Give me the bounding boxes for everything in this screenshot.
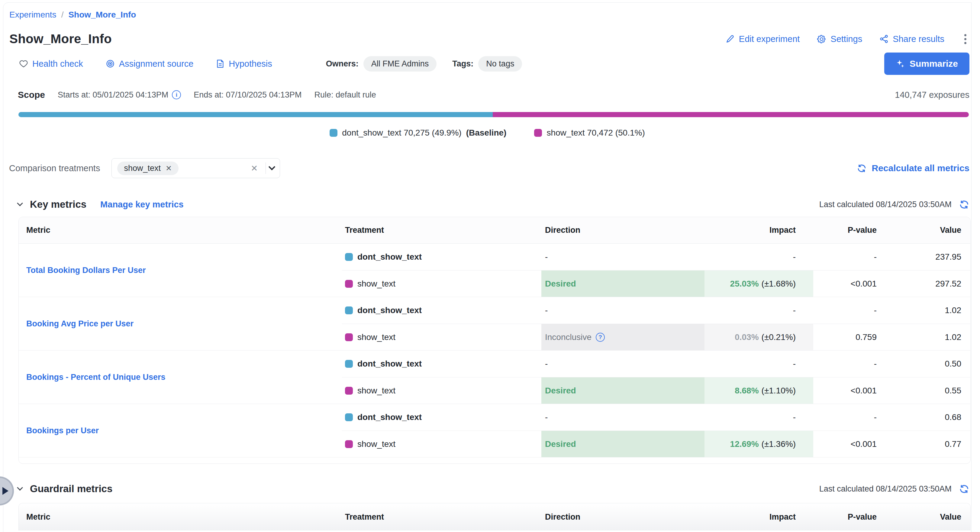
recalculate-all-metrics-button[interactable]: Recalculate all metrics: [857, 163, 969, 173]
owners-badge: All FME Admins: [363, 56, 437, 71]
metric-link[interactable]: Total Booking Dollars Per User: [26, 266, 146, 275]
metric-link[interactable]: Booking Avg Price per User: [26, 319, 134, 329]
guardrail-metrics-header: Guardrail metrics Last calculated 08/14/…: [18, 483, 969, 495]
impact-ci: (±0.21%): [762, 332, 796, 342]
select-divider: [266, 162, 266, 174]
treatment-swatch: [345, 280, 353, 288]
recalculate-label: Recalculate all metrics: [872, 163, 969, 173]
breadcrumb-experiments[interactable]: Experiments: [10, 10, 56, 20]
header-actions: Edit experiment Settings Share results: [725, 32, 969, 46]
legend-item-baseline: dont_show_text 70,275 (49.9%) (Baseline): [329, 128, 506, 138]
collapse-section-icon[interactable]: [17, 200, 23, 206]
treatment-name: show_text: [357, 386, 395, 395]
metric-cell: Total Booking Dollars Per User: [19, 244, 342, 297]
assignment-source-link[interactable]: Assignment source: [105, 59, 194, 69]
direction-label: Desired: [545, 386, 576, 395]
metric-group: Total Booking Dollars Per User dont_show…: [19, 244, 970, 297]
treatment-cell: dont_show_text: [342, 297, 541, 324]
info-icon[interactable]: i: [172, 90, 181, 99]
summarize-label: Summarize: [910, 59, 958, 69]
allocation-legend: dont_show_text 70,275 (49.9%) (Baseline)…: [3, 128, 971, 138]
help-icon[interactable]: ?: [596, 333, 605, 342]
col-pvalue: P-value: [813, 226, 878, 235]
impact-value: 25.03%: [730, 279, 759, 289]
impact-value: -: [793, 306, 796, 315]
impact-cell: 8.68%(±1.10%): [705, 377, 813, 404]
scope-row: Scope Starts at: 05/01/2025 04:13PM i En…: [18, 90, 969, 100]
pencil-icon: [725, 34, 735, 44]
impact-cell: -: [705, 351, 813, 377]
pvalue-cell: <0.001: [813, 270, 878, 297]
scope-rule: Rule: default rule: [315, 90, 376, 100]
value-cell: 1.02: [878, 297, 970, 324]
baseline-tag: (Baseline): [466, 128, 507, 138]
direction-label: Desired: [545, 279, 576, 289]
settings-button[interactable]: Settings: [816, 34, 862, 44]
treatment-name: dont_show_text: [357, 413, 422, 422]
treatment-rows: dont_show_text - - - 1.02 show_text Inco…: [342, 297, 970, 350]
health-check-link[interactable]: Health check: [19, 59, 83, 69]
comparison-treatments-select[interactable]: show_text ✕ ✕: [111, 158, 280, 178]
direction-value: -: [545, 413, 548, 422]
edit-experiment-label: Edit experiment: [739, 34, 800, 44]
select-clear-icon[interactable]: ✕: [247, 164, 262, 173]
col-direction: Direction: [541, 512, 705, 522]
impact-cell: -: [705, 244, 813, 270]
col-impact: Impact: [705, 226, 813, 235]
metric-link[interactable]: Bookings per User: [26, 426, 99, 435]
page-title: Show_More_Info: [10, 32, 112, 46]
metric-cell: Bookings - Percent of Unique Users: [19, 351, 342, 404]
chevron-down-icon[interactable]: [269, 164, 275, 170]
treatment-chip[interactable]: show_text ✕: [117, 162, 178, 175]
comparison-treatments-label: Comparison treatments: [9, 164, 100, 173]
tags-label: Tags:: [452, 59, 473, 68]
treatment-name: show_text: [357, 439, 395, 449]
table-row: show_text Inconclusive? 0.03%(±0.21%) 0.…: [342, 324, 970, 350]
col-metric: Metric: [19, 226, 342, 235]
refresh-icon[interactable]: [959, 199, 969, 210]
breadcrumb-current[interactable]: Show_More_Info: [68, 10, 136, 20]
value-cell: 237.95: [878, 244, 970, 270]
treatment-name: dont_show_text: [357, 252, 422, 262]
impact-value: 8.68%: [735, 386, 759, 395]
treatment-cell: show_text: [342, 324, 541, 350]
metric-cell: Booking Avg Price per User: [19, 297, 342, 350]
gear-icon: [816, 34, 827, 44]
scope-label: Scope: [18, 90, 45, 100]
sparkles-icon: [896, 59, 905, 68]
breadcrumb-separator: /: [61, 10, 64, 20]
direction-cell: Desired: [541, 431, 705, 457]
hypothesis-link[interactable]: Hypothesis: [216, 59, 272, 69]
metric-group: Bookings - Percent of Unique Users dont_…: [19, 350, 970, 404]
impact-ci: (±1.10%): [762, 386, 796, 395]
treatment-rows: dont_show_text - - - 0.50 show_text Desi…: [342, 351, 970, 404]
metric-group: Bookings per User dont_show_text - - - 0…: [19, 404, 970, 457]
summarize-button[interactable]: Summarize: [884, 52, 969, 75]
metric-link[interactable]: Bookings - Percent of Unique Users: [26, 373, 165, 382]
key-metrics-title: Key metrics: [30, 199, 86, 210]
table-header: Metric Treatment Direction Impact P-valu…: [19, 503, 970, 530]
metric-group: Booking Avg Price per User dont_show_tex…: [19, 297, 970, 350]
value-cell: 0.68: [878, 404, 970, 430]
collapse-section-icon[interactable]: [17, 484, 23, 491]
pvalue-cell: <0.001: [813, 431, 878, 457]
treatment-swatch: [345, 306, 353, 314]
share-results-button[interactable]: Share results: [879, 34, 944, 44]
manage-key-metrics-link[interactable]: Manage key metrics: [100, 200, 184, 210]
more-options-button[interactable]: [961, 32, 969, 46]
page-header: Show_More_Info Edit experiment Settings …: [10, 32, 969, 46]
allocation-bar: [18, 112, 969, 117]
impact-value: 12.69%: [730, 439, 759, 449]
chip-remove-icon[interactable]: ✕: [165, 164, 172, 173]
key-metrics-table: Metric Treatment Direction Impact P-valu…: [18, 217, 970, 464]
refresh-icon[interactable]: [959, 484, 969, 494]
settings-label: Settings: [830, 34, 862, 44]
breadcrumb: Experiments / Show_More_Info: [10, 10, 971, 20]
treatment-cell: show_text: [342, 270, 541, 297]
direction-value: -: [545, 359, 548, 368]
col-value: Value: [878, 512, 970, 522]
edit-experiment-button[interactable]: Edit experiment: [725, 34, 800, 44]
metric-cell: Bookings per User: [19, 404, 342, 457]
health-check-label: Health check: [32, 59, 83, 69]
direction-cell: -: [541, 244, 705, 270]
